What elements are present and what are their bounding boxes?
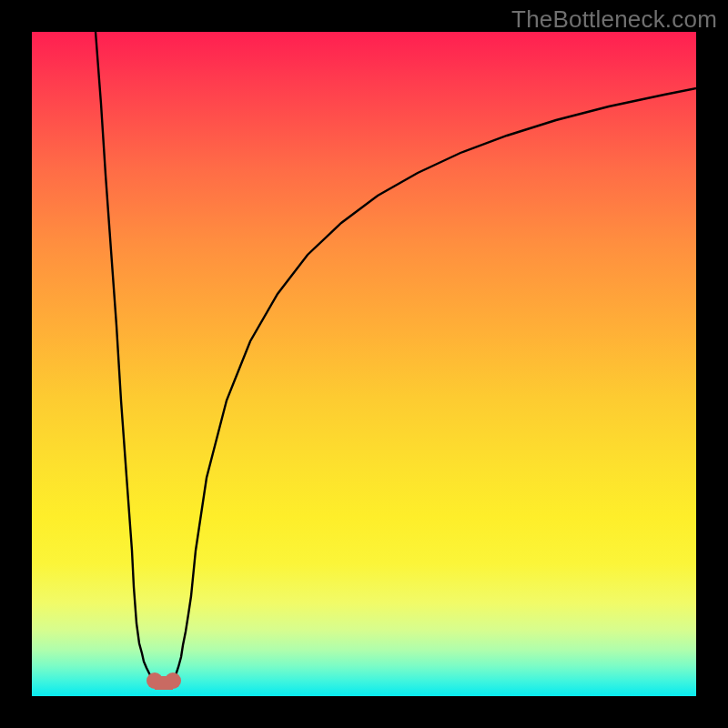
watermark-text: TheBottleneck.com — [511, 5, 717, 34]
curve-left-branch — [96, 32, 155, 681]
curve-right-branch — [173, 88, 696, 681]
marker-bridge — [155, 676, 173, 690]
curve-layer — [32, 32, 696, 696]
plot-area — [32, 32, 696, 696]
chart-frame: TheBottleneck.com — [0, 0, 728, 728]
